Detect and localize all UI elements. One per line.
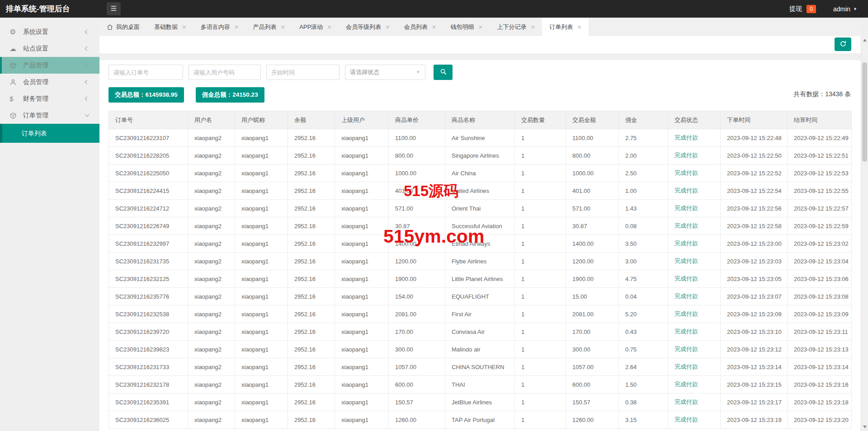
cell-unit_price: 170.00: [389, 323, 445, 341]
cell-status: 完成付款: [668, 200, 721, 217]
close-icon[interactable]: ×: [327, 23, 331, 30]
table-row: SC23091216232125xiaopang2xiaopang12952.1…: [109, 270, 852, 288]
cell-quantity: 1: [515, 376, 566, 394]
tab-4[interactable]: APP滚动×: [292, 18, 339, 36]
start-time-input[interactable]: [266, 65, 340, 80]
tab-2[interactable]: 多语言内容×: [193, 18, 246, 36]
cell-order_no: SC23091216232178: [109, 376, 188, 394]
refresh-button[interactable]: [835, 37, 851, 51]
cell-order_no: SC23091216231735: [109, 253, 188, 270]
cell-balance: 2952.16: [288, 147, 335, 164]
cell-commission: 2.00: [619, 147, 668, 164]
tab-8[interactable]: 上下分记录×: [490, 18, 542, 36]
scroll-up-icon[interactable]: [863, 39, 867, 42]
cell-parent_user: xiaopang1: [335, 394, 389, 411]
cell-username: xiaopang2: [188, 341, 235, 358]
status-select[interactable]: 请选择状态 ▼: [345, 65, 425, 80]
tab-6[interactable]: 会员列表×: [397, 18, 443, 36]
user-menu[interactable]: admin ▼: [833, 5, 857, 13]
user-number-input[interactable]: [189, 65, 261, 80]
sidebar-item[interactable]: 订单管理: [0, 107, 99, 124]
cube-icon: [9, 112, 17, 119]
cell-amount: 300.00: [566, 341, 619, 358]
vertical-scrollbar[interactable]: [861, 36, 868, 431]
tab-7[interactable]: 钱包明细×: [443, 18, 490, 36]
cell-order_no: SC23091216228205: [109, 147, 188, 164]
close-icon[interactable]: ×: [235, 23, 239, 30]
table-row: SC23091216228205xiaopang2xiaopang12952.1…: [109, 147, 852, 164]
cell-commission: 0.43: [619, 323, 668, 341]
sidebar-item[interactable]: ☁站点设置: [0, 40, 99, 57]
cell-balance: 2952.16: [288, 305, 335, 323]
close-icon[interactable]: ×: [479, 23, 483, 30]
search-button[interactable]: [434, 65, 453, 80]
cell-username: xiaopang2: [188, 235, 235, 253]
cell-nickname: xiaopang1: [235, 253, 288, 270]
cell-settle_time: 2023-09-12 15:23:09: [788, 305, 852, 323]
tab-label: 基础数据: [154, 23, 178, 31]
tab-5[interactable]: 会员等级列表×: [339, 18, 397, 36]
hamburger-icon[interactable]: ☰: [107, 2, 121, 15]
cell-balance: 2952.16: [288, 217, 335, 235]
close-icon[interactable]: ×: [386, 23, 390, 30]
sidebar-subitem[interactable]: 订单列表: [0, 124, 99, 143]
withdraw-link[interactable]: 提现: [789, 5, 802, 13]
app-title: 排单系统-管理后台: [6, 0, 70, 18]
sidebar-item[interactable]: ⚙系统设置: [0, 23, 99, 40]
sidebar-item[interactable]: 产品管理: [0, 57, 99, 74]
username-label: admin: [833, 5, 850, 13]
cell-settle_time: 2023-09-12 15:23:04: [788, 253, 852, 270]
refresh-icon: [840, 40, 847, 49]
cell-order_time: 2023-09-12 15:23:07: [721, 288, 788, 305]
cell-amount: 150.57: [566, 394, 619, 411]
cell-product_name: THAI: [445, 376, 515, 394]
cell-parent_user: xiaopang1: [335, 376, 389, 394]
cell-username: xiaopang2: [188, 376, 235, 394]
close-icon[interactable]: ×: [182, 23, 186, 30]
table-row: SC23091216236025xiaopang2xiaopang12952.1…: [109, 411, 852, 429]
table-row: SC23091216226749xiaopang2xiaopang12952.1…: [109, 217, 852, 235]
cell-unit_price: 1100.00: [389, 129, 445, 147]
cell-amount: 1000.00: [566, 164, 619, 182]
cell-nickname: xiaopang1: [235, 147, 288, 164]
cell-parent_user: xiaopang1: [335, 305, 389, 323]
cell-balance: 2952.16: [288, 376, 335, 394]
close-icon[interactable]: ×: [432, 23, 436, 30]
sidebar-item[interactable]: $财务管理: [0, 90, 99, 107]
cell-balance: 2952.16: [288, 358, 335, 376]
cell-parent_user: xiaopang1: [335, 217, 389, 235]
order-no-input[interactable]: [108, 65, 183, 80]
sidebar-item[interactable]: 会员管理: [0, 74, 99, 90]
cell-username: xiaopang2: [188, 411, 235, 429]
cell-parent_user: xiaopang1: [335, 411, 389, 429]
scroll-down-icon[interactable]: [863, 426, 867, 428]
table-row: SC23091216232997xiaopang2xiaopang12952.1…: [109, 235, 852, 253]
cell-parent_user: xiaopang1: [335, 235, 389, 253]
cell-product_name: TAP Air Portugal: [445, 411, 515, 429]
chevron-down-icon: ▼: [416, 65, 420, 80]
cell-quantity: 1: [515, 305, 566, 323]
cell-status: 完成付款: [668, 305, 721, 323]
cell-parent_user: xiaopang1: [335, 200, 389, 217]
trade-total-button[interactable]: 交易总额：6145938.95: [108, 87, 184, 103]
tab-3[interactable]: 产品列表×: [246, 18, 292, 36]
tab-active-9[interactable]: 订单列表×: [542, 18, 589, 36]
table-row: SC23091216232178xiaopang2xiaopang12952.1…: [109, 376, 852, 394]
cell-order_time: 2023-09-12 15:23:17: [721, 394, 788, 411]
cell-amount: 1260.00: [566, 411, 619, 429]
tab-bar: 我的桌面基础数据×多语言内容×产品列表×APP滚动×会员等级列表×会员列表×钱包…: [99, 18, 861, 36]
cell-nickname: xiaopang1: [235, 323, 288, 341]
cell-parent_user: xiaopang1: [335, 358, 389, 376]
cell-order_no: SC23091216239720: [109, 323, 188, 341]
cell-amount: 30.87: [566, 217, 619, 235]
tab-0[interactable]: 我的桌面: [99, 18, 147, 36]
cell-quantity: 1: [515, 358, 566, 376]
scrollbar-thumb[interactable]: [862, 62, 867, 162]
commission-total-button[interactable]: 佣金总额：24150.23: [196, 87, 264, 103]
close-icon[interactable]: ×: [531, 23, 535, 30]
cell-product_name: Air Sunshine: [445, 129, 515, 147]
close-icon[interactable]: ×: [281, 23, 285, 30]
tab-1[interactable]: 基础数据×: [147, 18, 193, 36]
close-icon[interactable]: ×: [577, 23, 581, 30]
cell-balance: 2952.16: [288, 235, 335, 253]
